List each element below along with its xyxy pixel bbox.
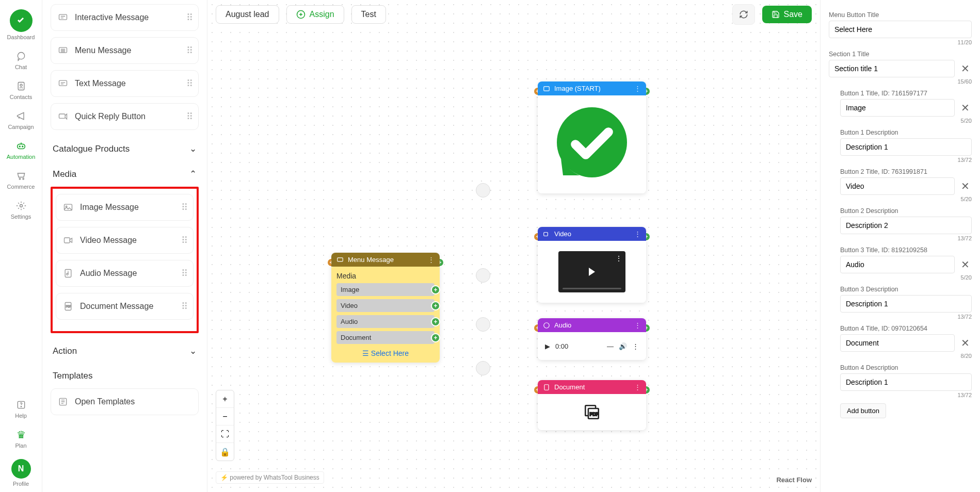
- play-icon[interactable]: ▶: [545, 342, 550, 350]
- block-text-message[interactable]: Text Message ⠿: [51, 70, 199, 97]
- port-out[interactable]: [431, 285, 440, 294]
- button-title-input[interactable]: [840, 177, 955, 195]
- block-interactive-message[interactable]: Interactive Message ⠿: [51, 4, 199, 31]
- add-button[interactable]: Add button: [840, 403, 886, 418]
- audio-menu-icon[interactable]: ⋮: [632, 342, 639, 350]
- button-title-input[interactable]: [840, 99, 955, 117]
- reply-icon: [57, 111, 69, 122]
- flow-name[interactable]: August lead: [216, 5, 279, 24]
- react-flow-mark: React Flow: [776, 476, 812, 484]
- port-out[interactable]: [431, 333, 440, 342]
- nav-profile[interactable]: N Profile: [0, 454, 42, 492]
- port-out[interactable]: [431, 317, 440, 326]
- drag-handle-icon[interactable]: ⠿: [186, 45, 192, 56]
- block-menu-message[interactable]: Menu Message ⠿: [51, 37, 199, 64]
- remove-button[interactable]: ✕: [959, 178, 972, 194]
- button-desc-input[interactable]: [840, 295, 972, 313]
- node-more-icon[interactable]: ⋮: [634, 383, 641, 391]
- nav-label: Campaign: [8, 124, 34, 130]
- menu-title-input[interactable]: [829, 21, 972, 38]
- drag-handle-icon[interactable]: ⠿: [181, 202, 187, 213]
- node-more-icon[interactable]: ⋮: [634, 230, 641, 238]
- block-image-message[interactable]: Image Message ⠿: [56, 194, 194, 221]
- node-menu-message[interactable]: Menu Message ⋮ Media Image Video Audio D…: [331, 253, 440, 363]
- nav-contacts[interactable]: Contacts: [0, 75, 42, 105]
- volume-icon[interactable]: 🔊: [619, 342, 627, 350]
- node-video[interactable]: Video ⋮ ⋮: [538, 227, 646, 303]
- junction-dot[interactable]: [476, 361, 490, 375]
- field-label: Button 4 Title, ID: 0970120654: [840, 325, 972, 332]
- drag-handle-icon[interactable]: ⠿: [186, 111, 192, 122]
- remove-button[interactable]: ✕: [959, 100, 972, 116]
- assign-button[interactable]: Assign: [286, 5, 344, 24]
- nav-settings[interactable]: Settings: [0, 195, 42, 225]
- section-catalogue[interactable]: Catalogue Products ⌄: [51, 136, 199, 161]
- char-count: 8/20: [840, 353, 972, 359]
- node-more-icon[interactable]: ⋮: [428, 256, 435, 264]
- junction-dot[interactable]: [476, 183, 490, 198]
- button-desc-input[interactable]: [840, 217, 972, 234]
- nav-automation[interactable]: Automation: [0, 135, 42, 165]
- char-count: 13/72: [840, 314, 972, 320]
- node-audio[interactable]: Audio ⋮ ▶ 0:00 — 🔊 ⋮: [538, 318, 646, 360]
- button-desc-input[interactable]: [840, 373, 972, 391]
- menu-row-image[interactable]: Image: [336, 283, 435, 296]
- zoom-in-button[interactable]: +: [216, 390, 234, 408]
- nav-chat[interactable]: Chat: [0, 45, 42, 75]
- nav-plan[interactable]: ♛ Plan: [0, 424, 42, 454]
- port-out[interactable]: [431, 301, 440, 310]
- block-video-message[interactable]: Video Message ⠿: [56, 227, 194, 254]
- nav-label: Settings: [11, 214, 31, 220]
- node-document[interactable]: Document ⋮ PDF: [538, 380, 646, 430]
- save-button[interactable]: Save: [762, 6, 812, 23]
- section-media[interactable]: Media ⌃: [51, 161, 199, 187]
- audio-seek[interactable]: —: [607, 342, 614, 350]
- node-more-icon[interactable]: ⋮: [634, 321, 641, 329]
- menu-category: Media: [336, 272, 435, 280]
- remove-button[interactable]: ✕: [959, 256, 972, 273]
- drag-handle-icon[interactable]: ⠿: [181, 268, 187, 279]
- lock-button[interactable]: 🔒: [216, 443, 234, 461]
- refresh-button[interactable]: [732, 4, 755, 25]
- section-title-input[interactable]: [829, 60, 955, 77]
- menu-row-document[interactable]: Document: [336, 331, 435, 344]
- fit-button[interactable]: ⛶: [216, 425, 234, 443]
- zoom-out-button[interactable]: −: [216, 408, 234, 425]
- video-thumbnail[interactable]: ⋮: [558, 251, 625, 292]
- node-image[interactable]: Image (START) ⋮: [538, 81, 646, 193]
- chat-icon: [15, 51, 27, 62]
- block-audio-message[interactable]: Audio Message ⠿: [56, 260, 194, 287]
- section-action[interactable]: Action ⌄: [51, 338, 199, 364]
- block-quick-reply[interactable]: Quick Reply Button ⠿: [51, 103, 199, 130]
- menu-row-video[interactable]: Video: [336, 299, 435, 312]
- button-title-input[interactable]: [840, 334, 955, 352]
- button-desc-input[interactable]: [840, 138, 972, 156]
- svg-rect-29: [544, 384, 549, 390]
- junction-dot[interactable]: [476, 317, 490, 332]
- drag-handle-icon[interactable]: ⠿: [181, 301, 187, 312]
- remove-button[interactable]: ✕: [959, 335, 972, 351]
- flow-canvas[interactable]: Menu Message ⋮ Media Image Video Audio D…: [207, 0, 820, 492]
- canvas-area[interactable]: August lead Assign Test Save: [207, 0, 820, 492]
- block-document-message[interactable]: PDF Document Message ⠿: [56, 293, 194, 320]
- drag-handle-icon[interactable]: ⠿: [181, 235, 187, 246]
- node-more-icon[interactable]: ⋮: [634, 85, 641, 92]
- nav-dashboard[interactable]: Dashboard: [0, 4, 42, 45]
- logo-icon: [10, 9, 33, 32]
- drag-handle-icon[interactable]: ⠿: [186, 78, 192, 89]
- junction-dot[interactable]: [476, 268, 490, 283]
- menu-row-audio[interactable]: Audio: [336, 315, 435, 328]
- menu-footer[interactable]: ☰ Select Here: [336, 347, 435, 357]
- nav-commerce[interactable]: Commerce: [0, 165, 42, 195]
- button-title-input[interactable]: [840, 256, 955, 273]
- field-label: Menu Button Title: [829, 11, 972, 19]
- drag-handle-icon[interactable]: ⠿: [186, 12, 192, 23]
- remove-section-button[interactable]: ✕: [959, 60, 972, 77]
- nav-help[interactable]: Help: [0, 394, 42, 424]
- templates-heading: Templates: [51, 364, 199, 388]
- nav-campaign[interactable]: Campaign: [0, 105, 42, 135]
- block-open-templates[interactable]: Open Templates: [51, 388, 199, 415]
- test-button[interactable]: Test: [351, 5, 386, 24]
- video-menu-icon[interactable]: ⋮: [615, 254, 622, 263]
- char-count: 11/20: [829, 39, 972, 45]
